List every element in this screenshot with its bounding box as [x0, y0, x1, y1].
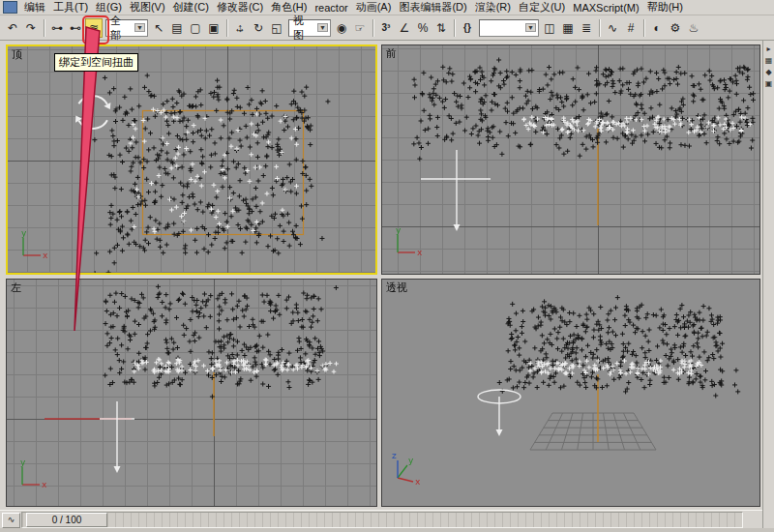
- undo-button[interactable]: ↶: [4, 18, 21, 38]
- layer-manager-icon: ≣: [581, 21, 591, 35]
- time-slider[interactable]: 0 / 100: [26, 513, 107, 527]
- selection-filter-value: 全部: [110, 14, 131, 43]
- use-pivot-center-button[interactable]: ◉: [333, 18, 350, 38]
- select-manipulate-button[interactable]: ☞: [351, 18, 369, 38]
- select-and-move-icon: ↔↕: [233, 21, 247, 35]
- coord-system-dropdown[interactable]: 视图 ▼: [288, 19, 331, 37]
- unlink-selection-icon: ⊷: [70, 21, 81, 35]
- redo-icon: ↷: [26, 21, 36, 35]
- right-panel-icon[interactable]: ◆: [765, 68, 771, 79]
- time-slider-track[interactable]: 0 / 100: [21, 512, 743, 528]
- right-panel-icon[interactable]: ▣: [765, 79, 773, 91]
- curve-editor-button[interactable]: ∿: [604, 18, 621, 38]
- select-and-link-icon: ⊶: [51, 21, 63, 35]
- redo-button[interactable]: ↷: [22, 18, 40, 38]
- select-and-move-button[interactable]: ↔↕: [231, 18, 249, 38]
- menu-edit[interactable]: 编辑: [20, 0, 49, 15]
- dropdown-arrow-icon: ▼: [525, 23, 536, 32]
- viewport-left-label: 左: [11, 281, 21, 295]
- select-by-name-icon: ▤: [171, 21, 182, 35]
- bind-to-spacewarp-icon: ≋: [89, 21, 99, 35]
- align-button[interactable]: ▦: [559, 18, 577, 38]
- toolbar-separator: [44, 19, 45, 37]
- menu-tools[interactable]: 工具(T): [49, 0, 92, 15]
- bind-to-spacewarp-button[interactable]: ≋: [85, 18, 103, 38]
- schematic-view-button[interactable]: #: [622, 18, 640, 38]
- menu-reactor[interactable]: reactor: [311, 2, 351, 14]
- curve-editor-icon: ∿: [608, 21, 617, 35]
- viewport-perspective-canvas[interactable]: [382, 280, 759, 506]
- select-object-button[interactable]: ↖: [150, 18, 167, 38]
- viewport-left-canvas[interactable]: [7, 280, 376, 506]
- window-crossing-button[interactable]: ▣: [205, 18, 223, 38]
- toolbar-separator: [372, 19, 374, 37]
- unlink-selection-button[interactable]: ⊷: [67, 18, 84, 38]
- select-and-rotate-button[interactable]: ↻: [250, 18, 267, 38]
- timeline-bar: ∿ 0 / 100: [0, 510, 762, 528]
- align-icon: ▦: [562, 21, 573, 35]
- toolbar-separator: [454, 19, 456, 37]
- max-application-window: 编辑 工具(T) 组(G) 视图(V) 创建(C) 修改器(C) 角色(H) r…: [0, 0, 774, 532]
- viewport-perspective[interactable]: 透视: [381, 279, 760, 507]
- menu-maxscript[interactable]: MAXScript(M): [569, 2, 642, 14]
- spinner-snap-button[interactable]: ⇅: [432, 18, 450, 38]
- dropdown-arrow-icon: ▼: [134, 23, 145, 32]
- select-and-rotate-icon: ↻: [253, 21, 263, 35]
- quick-render-icon: ♨: [689, 21, 700, 35]
- menu-modifiers[interactable]: 修改器(C): [213, 0, 267, 15]
- render-setup-icon: ⚙: [670, 21, 681, 35]
- menu-views[interactable]: 视图(V): [126, 0, 169, 15]
- use-pivot-center-icon: ◉: [337, 21, 346, 35]
- select-and-link-button[interactable]: ⊶: [48, 18, 66, 38]
- select-and-scale-button[interactable]: ◱: [268, 18, 285, 38]
- right-panel-icon[interactable]: ▦: [765, 56, 773, 68]
- select-by-name-button[interactable]: ▤: [168, 18, 186, 38]
- named-sets-dropdown[interactable]: ▼: [479, 19, 539, 37]
- viewport-top[interactable]: 顶: [6, 44, 377, 275]
- edit-named-sets-icon: {}: [463, 22, 471, 33]
- mini-curve-editor-button[interactable]: ∿: [2, 513, 20, 528]
- percent-snap-icon: %: [418, 21, 429, 35]
- edit-named-sets-button[interactable]: {}: [459, 18, 476, 38]
- material-editor-icon: ◐: [653, 21, 660, 35]
- status-strip: [0, 528, 774, 532]
- tooltip-bind-to-spacewarp: 绑定到空间扭曲: [54, 53, 138, 72]
- quick-render-button[interactable]: ♨: [685, 18, 702, 38]
- dropdown-arrow-icon: ▼: [317, 23, 328, 32]
- viewport-top-canvas[interactable]: [8, 46, 375, 273]
- select-and-scale-icon: ◱: [271, 21, 282, 35]
- snap-toggle-icon: 3³: [382, 22, 391, 33]
- app-icon: [3, 1, 17, 14]
- menu-animation[interactable]: 动画(A): [352, 0, 396, 15]
- viewport-left[interactable]: 左: [6, 279, 377, 507]
- select-manipulate-icon: ☞: [355, 21, 366, 35]
- schematic-view-icon: #: [628, 21, 635, 35]
- angle-snap-icon: ∠: [400, 21, 410, 35]
- mirror-icon: ◫: [544, 21, 554, 35]
- spinner-snap-icon: ⇅: [436, 21, 446, 35]
- right-panel-strip: ▸ ▦ ◆ ▣: [762, 41, 774, 532]
- select-object-icon: ↖: [154, 21, 164, 35]
- viewport-perspective-label: 透视: [386, 281, 407, 295]
- rect-selection-region-button[interactable]: ▢: [187, 18, 204, 38]
- angle-snap-button[interactable]: ∠: [396, 18, 413, 38]
- menu-create[interactable]: 创建(C): [169, 0, 213, 15]
- material-editor-button[interactable]: ◐: [648, 18, 666, 38]
- menu-rendering[interactable]: 渲染(R): [471, 0, 515, 15]
- coord-system-value: 视图: [293, 14, 313, 43]
- menu-graph-editors[interactable]: 图表编辑器(D): [395, 0, 470, 15]
- viewport-front-canvas[interactable]: [382, 45, 759, 274]
- selection-filter-dropdown[interactable]: 全部 ▼: [105, 19, 148, 37]
- layer-manager-button[interactable]: ≣: [578, 18, 595, 38]
- viewport-front-label: 前: [386, 46, 397, 61]
- viewport-front[interactable]: 前: [381, 44, 760, 275]
- snap-toggle-button[interactable]: 3³: [377, 18, 395, 38]
- right-panel-icon[interactable]: ▸: [766, 44, 770, 56]
- percent-snap-button[interactable]: %: [414, 18, 432, 38]
- undo-icon: ↶: [8, 21, 17, 35]
- menu-customize[interactable]: 自定义(U): [515, 0, 569, 15]
- render-setup-button[interactable]: ⚙: [667, 18, 684, 38]
- toolbar-separator: [226, 19, 228, 37]
- menu-help[interactable]: 帮助(H): [643, 0, 687, 15]
- mirror-button[interactable]: ◫: [541, 18, 558, 38]
